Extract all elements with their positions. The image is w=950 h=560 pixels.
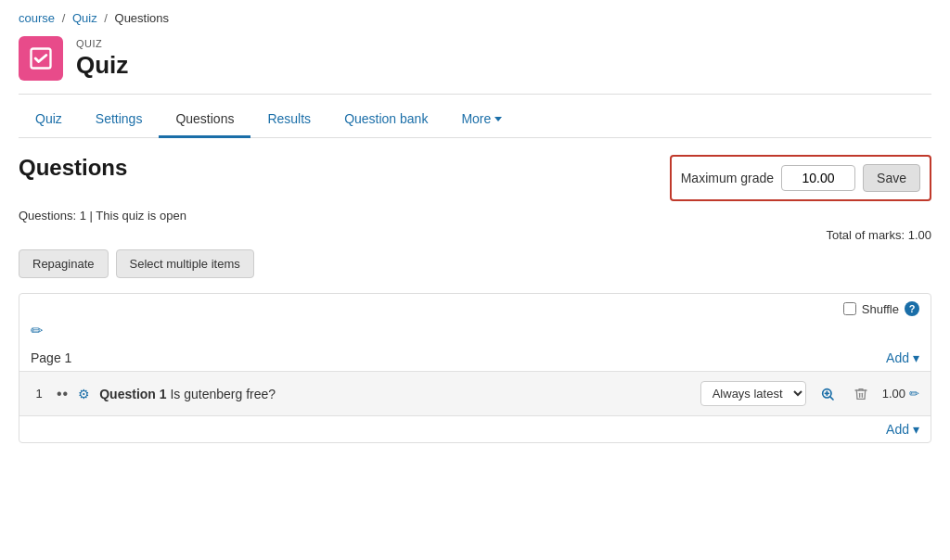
edit-icon-row: ✏ — [19, 316, 931, 345]
total-marks-value: 1.00 — [908, 228, 931, 242]
question-title: Question 1 — [99, 387, 166, 401]
add-top-label: Add — [886, 350, 909, 365]
select-multiple-button[interactable]: Select multiple items — [116, 249, 254, 278]
add-dropdown-bottom[interactable]: Add ▾ — [886, 422, 919, 437]
add-top-chevron: ▾ — [913, 350, 919, 365]
question-body: Is gutenberg free? — [170, 387, 276, 401]
quiz-title-block: QUIZ Quiz — [76, 38, 128, 80]
svg-line-2 — [830, 397, 833, 400]
breadcrumb-course[interactable]: course — [19, 11, 55, 25]
questions-heading-row: Questions Maximum grade Save — [19, 155, 931, 201]
score-edit-icon[interactable]: ✏ — [909, 387, 919, 401]
version-select[interactable]: Always latest Latest Version 1 — [700, 381, 806, 406]
question-text: Question 1 Is gutenberg free? — [99, 387, 690, 401]
page-row: Page 1 Add ▾ — [19, 345, 931, 371]
save-button[interactable]: Save — [863, 164, 920, 192]
more-label: More — [461, 111, 491, 126]
shuffle-checkbox[interactable] — [843, 302, 856, 315]
questions-area: Shuffle ? ✏ Page 1 Add ▾ 1 •• ⚙ — [19, 293, 931, 443]
add-bottom-label: Add — [886, 422, 909, 437]
shuffle-row: Shuffle ? — [19, 294, 931, 316]
tab-question-bank[interactable]: Question bank — [327, 102, 444, 138]
shuffle-label: Shuffle — [862, 302, 899, 316]
delete-icon[interactable] — [849, 382, 873, 406]
question-score: 1.00 ✏ — [882, 387, 919, 401]
tab-more[interactable]: More — [444, 102, 519, 138]
tab-settings[interactable]: Settings — [79, 102, 160, 138]
repaginate-button[interactable]: Repaginate — [19, 249, 109, 278]
add-dropdown-top[interactable]: Add ▾ — [886, 350, 919, 365]
total-marks-label: Total of marks: — [827, 228, 905, 242]
table-row: 1 •• ⚙ Question 1 Is gutenberg free? Alw… — [19, 371, 931, 415]
page-title: Questions — [19, 155, 127, 181]
magnify-icon[interactable] — [815, 382, 840, 406]
chevron-down-icon — [494, 117, 502, 121]
tab-results[interactable]: Results — [250, 102, 327, 138]
page-label: Page 1 — [31, 350, 71, 365]
content-area: Questions Maximum grade Save Questions: … — [19, 155, 931, 443]
drag-handle-icon[interactable]: •• — [57, 386, 69, 402]
status-text: Questions: 1 | This quiz is open — [19, 209, 931, 223]
tab-quiz[interactable]: Quiz — [19, 102, 79, 138]
question-number: 1 — [31, 387, 47, 401]
header-divider — [19, 94, 931, 95]
quiz-icon — [19, 36, 63, 81]
tab-questions[interactable]: Questions — [159, 102, 250, 138]
shuffle-help-icon[interactable]: ? — [905, 301, 919, 316]
breadcrumb-current: Questions — [115, 11, 170, 25]
edit-pencil-icon[interactable]: ✏ — [31, 323, 43, 338]
add-bottom-chevron: ▾ — [913, 422, 919, 437]
max-grade-label: Maximum grade — [681, 171, 774, 185]
bottom-add-row: Add ▾ — [19, 415, 931, 442]
question-gear-icon[interactable]: ⚙ — [78, 387, 90, 401]
max-grade-input[interactable] — [781, 165, 855, 191]
action-buttons: Repaginate Select multiple items — [19, 249, 931, 278]
max-grade-box: Maximum grade Save — [670, 155, 931, 201]
breadcrumb-sep-1: / — [62, 11, 66, 25]
quiz-type-label: QUIZ — [76, 38, 128, 49]
quiz-checkmark-icon — [28, 45, 54, 71]
quiz-name: Quiz — [76, 51, 128, 80]
breadcrumb-sep-2: / — [104, 11, 108, 25]
score-value: 1.00 — [882, 387, 905, 401]
total-marks: Total of marks: 1.00 — [19, 228, 931, 242]
breadcrumb: course / Quiz / Questions — [19, 11, 931, 25]
breadcrumb-quiz[interactable]: Quiz — [72, 11, 97, 25]
tab-nav: Quiz Settings Questions Results Question… — [19, 102, 931, 138]
quiz-header: QUIZ Quiz — [19, 36, 931, 81]
